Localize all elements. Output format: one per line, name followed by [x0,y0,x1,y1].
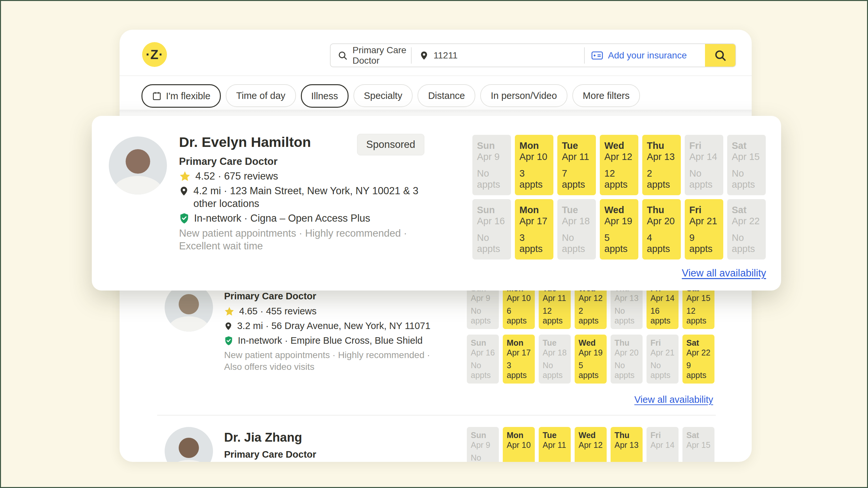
appointment-day-available[interactable]: MonApr 103appts [515,135,553,195]
filter-chip-time-of-day[interactable]: Time of day [226,84,296,107]
calendar-cell-text: appts [686,316,711,326]
calendar-cell-text [477,227,506,232]
doctor-name-label: Dr. Evelyn Hamilton [179,134,311,150]
rating-text: 4.65 · 455 reviews [239,306,316,317]
zocdoc-logo[interactable]: ·Z· [142,42,167,67]
appointment-day-available[interactable]: MonApr 173appts [503,334,535,384]
calendar-cell-text: appts [579,370,603,380]
calendar-cell-text: appts [732,243,761,254]
calendar-cell-text: appts [689,243,719,254]
view-all-availability-link[interactable]: View all availability [682,267,766,279]
appointment-day-available[interactable]: TueApr 117appts [557,135,596,195]
calendar-cell-text: Wed [604,204,634,216]
appointment-day-available[interactable]: TueApr 11 [539,427,571,462]
appointment-day-unavailable: SatApr 15No [682,427,714,462]
filter-chip-more-filters[interactable]: More filters [572,84,640,107]
calendar-cell-text: Sat [732,204,761,216]
doctor-name[interactable]: Dr. Jia Zhang [224,430,302,445]
calendar-cell-text: 2 [579,306,603,316]
search-bar: Primary Care Doctor 11211 Add your insur… [330,43,736,67]
calendar-cell-text: appts [471,370,495,380]
procedure-search-input[interactable]: Primary Care Doctor [331,44,411,67]
calendar-cell-text [507,450,531,462]
calendar-cell-text: Apr 14 [689,151,719,162]
doctor-avatar[interactable] [165,427,213,462]
doctor-avatar[interactable] [109,136,167,195]
calendar-cell-text: 2 [647,168,676,179]
calendar-cell-text: No [471,361,495,370]
availability-calendar: SunApr 9NoapptsMonApr 103apptsTueApr 117… [472,135,766,260]
add-insurance-button[interactable]: Add your insurance [585,44,705,67]
doctor-name-label: Dr. Jia Zhang [224,430,302,445]
appointment-day-unavailable: FriApr 14Noappts [685,135,723,195]
filter-chip-distance[interactable]: Distance [417,84,475,107]
calendar-cell-text: appts [507,316,531,326]
calendar-cell-text: Mon [520,204,549,216]
calendar-cell-text [562,162,591,167]
app-root: { "theme":{ "background":"#FBF7E6","fram… [0,0,868,488]
appointment-day-available[interactable]: WedApr 195appts [575,334,607,384]
filter-chip-in-person-video[interactable]: In person/Video [480,84,567,107]
calendar-cell-text: Sun [471,338,495,348]
calendar-cell-text: Apr 18 [542,348,567,358]
rating-text: 4.52 · 675 reviews [195,170,278,182]
appointment-day-available[interactable]: SatApr 229appts [682,334,714,384]
calendar-cell-text: 12 [542,306,567,316]
appointment-day-unavailable: SunApr 9Noappts [472,135,511,195]
appointment-day-available[interactable]: MonApr 10 [503,427,535,462]
calendar-cell-text: Apr 12 [579,293,603,303]
calendar-cell-text [732,162,761,167]
calendar-cell-text: appts [732,179,761,190]
appointment-day-available[interactable]: ThuApr 13 [611,427,643,462]
appointment-day-available[interactable]: WedApr 1212appts [600,135,638,195]
calendar-cell-text: Apr 21 [689,216,719,227]
calendar-cell-text: No [471,306,495,316]
star-icon [179,170,191,182]
filter-chip-label: In person/Video [491,90,557,101]
calendar-cell-text: No [615,306,639,316]
calendar-cell-text: appts [615,316,639,326]
meta-row: Excellent wait time [179,240,263,252]
calendar-cell-text: Wed [604,140,634,151]
procedure-search-value: Primary Care Doctor [352,45,411,66]
calendar-cell-text: Thu [615,338,639,348]
appointment-day-available[interactable]: ThuApr 132appts [642,135,681,195]
appointment-day-available[interactable]: WedApr 12 [575,427,607,462]
filter-chip-illness[interactable]: Illness [301,84,348,108]
calendar-cell-text: Apr 10 [507,440,531,450]
calendar-cell-text [604,227,634,232]
calendar-cell-text: No [732,168,761,179]
appointment-day-available[interactable]: ThuApr 204appts [642,199,681,260]
calendar-cell-text: appts [647,179,676,190]
doctor-specialty-label: Primary Care Doctor [224,291,316,302]
calendar-cell-text: Apr 20 [615,348,639,358]
calendar-cell-text [615,357,639,361]
filter-chip-label: Illness [311,91,338,101]
filter-chip-flexible[interactable]: I'm flexible [142,84,221,108]
doctor-avatar[interactable] [165,283,213,332]
calendar-cell-text: Apr 12 [579,440,603,450]
calendar-cell-text: Apr 12 [604,151,634,162]
location-row: 4.2 mi · 123 Main Street, New York, NY 1… [179,185,418,197]
calendar-cell-text: Apr 14 [650,293,675,303]
calendar-cell-text: 12 [686,306,711,316]
appointment-day-available[interactable]: WedApr 195appts [600,199,638,260]
filter-chip-specialty[interactable]: Specialty [353,84,413,107]
appointment-day-available[interactable]: MonApr 173appts [515,199,553,260]
meta-text: New patient appointments · Highly recomm… [179,228,407,239]
appointment-day-available[interactable]: FriApr 219appts [685,199,723,260]
calendar-cell-text [507,357,531,361]
calendar-cell-text: Mon [520,140,549,151]
location-pin-icon [420,51,429,60]
calendar-cell-text [579,450,603,462]
appointment-day-unavailable: SunApr 9Noappts [467,427,499,462]
insurance-card-icon [591,51,603,60]
search-button[interactable] [705,44,735,67]
view-all-availability-link[interactable]: View all availability [634,394,713,405]
calendar-cell-text [650,303,675,306]
calendar-cell-text: No [650,361,675,370]
location-search-input[interactable]: 11211 [412,44,584,67]
calendar-cell-text [471,450,495,453]
calendar-cell-text [604,162,634,167]
doctor-name[interactable]: Dr. Evelyn Hamilton [179,134,311,150]
